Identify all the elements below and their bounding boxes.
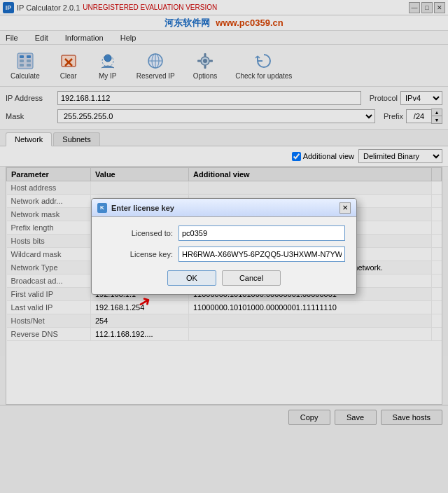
licensed-to-input[interactable]: [178, 225, 345, 241]
modal-titlebar: K Enter license key ✕: [92, 199, 356, 217]
license-key-input[interactable]: [178, 246, 345, 262]
modal-close-button[interactable]: ✕: [340, 202, 351, 214]
licensed-to-row: Licensed to:: [103, 225, 345, 241]
modal-icon: K: [97, 203, 107, 213]
modal-title-left: K Enter license key: [97, 203, 174, 213]
modal-buttons: OK Cancel ➜: [103, 270, 345, 286]
modal-body: Licensed to: License key: OK Cancel ➜: [92, 217, 356, 294]
license-modal: K Enter license key ✕ Licensed to: Licen…: [91, 198, 357, 295]
arrow-indicator: ➜: [134, 291, 155, 313]
license-key-row: License key:: [103, 246, 345, 262]
modal-title-text: Enter license key: [111, 204, 174, 212]
modal-overlay: K Enter license key ✕ Licensed to: Licen…: [0, 0, 448, 493]
modal-ok-button[interactable]: OK: [167, 270, 216, 286]
licensed-to-label: Licensed to:: [103, 229, 173, 237]
license-key-label: License key:: [103, 250, 173, 258]
modal-cancel-button[interactable]: Cancel: [222, 270, 281, 286]
